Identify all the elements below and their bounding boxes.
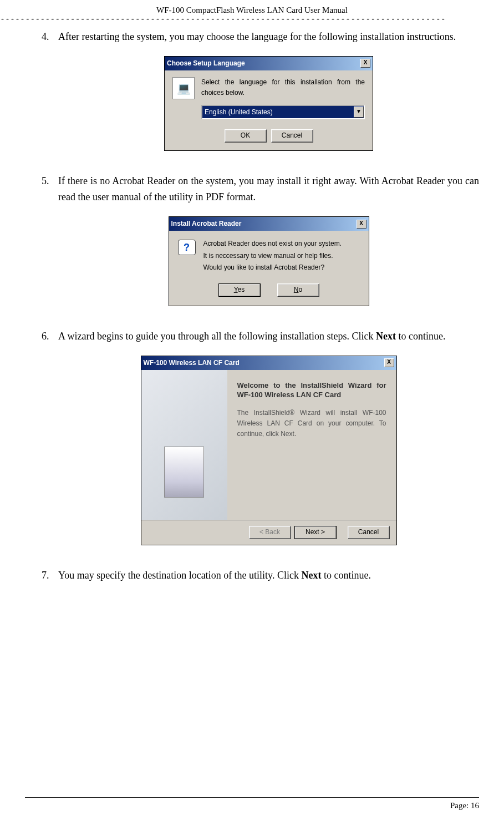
wizard-sidebar-image <box>141 370 227 520</box>
next-bold: Next <box>376 331 396 342</box>
doc-header-title: WF-100 CompactFlash Wireless LAN Card Us… <box>0 0 504 15</box>
step-text-b: to continue. <box>321 570 370 581</box>
close-icon[interactable]: X <box>357 220 366 229</box>
dialog-title: Choose Setup Language <box>167 58 245 69</box>
step-text: If there is no Acrobat Reader on the sys… <box>58 175 479 202</box>
step-4: After restarting the system, you may cho… <box>25 29 479 151</box>
step-text: After restarting the system, you may cho… <box>58 31 456 42</box>
page-number: Page: 16 <box>25 801 479 810</box>
next-button[interactable]: Next > <box>294 526 337 539</box>
yes-button[interactable]: Yes <box>218 283 261 297</box>
dialog-line1: Acrobat Reader does not exist on your sy… <box>203 240 342 249</box>
install-acrobat-dialog: Install Acrobat Reader X ? Acrobat Reade… <box>169 216 369 306</box>
cancel-button[interactable]: Cancel <box>271 129 313 143</box>
back-button: < Back <box>249 526 291 539</box>
installshield-wizard-dialog: WF-100 Wireless LAN CF Card X Welcome to… <box>141 356 397 545</box>
close-icon[interactable]: X <box>360 59 370 68</box>
step-text-a: You may specify the destination location… <box>58 570 301 581</box>
step-7: You may specify the destination location… <box>25 567 479 584</box>
question-icon: ? <box>178 240 196 257</box>
divider-dashes: ----------------------------------------… <box>0 15 504 23</box>
wizard-body-text: The InstallShield® Wizard will install W… <box>237 408 386 440</box>
cancel-button[interactable]: Cancel <box>348 526 390 539</box>
combo-value: English (United States) <box>205 107 273 118</box>
step-5: If there is no Acrobat Reader on the sys… <box>25 173 479 306</box>
dialog-line2: It is neccessary to view manual or help … <box>203 252 342 261</box>
step-text-a: A wizard begins to guide you through all… <box>58 331 376 342</box>
no-button[interactable]: No <box>277 283 319 297</box>
language-combobox[interactable]: English (United States) ▼ <box>201 105 365 119</box>
close-icon[interactable]: X <box>384 358 394 367</box>
dialog-prompt: Select the language for this installatio… <box>201 77 365 98</box>
step-text-b: to continue. <box>396 331 445 342</box>
dialog-title: Install Acrobat Reader <box>171 219 242 229</box>
setup-icon: 💻 <box>172 77 195 99</box>
dialog-title: WF-100 Wireless LAN CF Card <box>144 358 240 368</box>
dialog-line3: Would you like to install Acrobat Reader… <box>203 263 342 272</box>
footer-rule <box>25 797 479 798</box>
ok-button[interactable]: OK <box>225 129 267 143</box>
wizard-heading: Welcome to the InstallShield Wizard for … <box>237 381 386 400</box>
next-bold: Next <box>301 570 321 581</box>
wizard-box-graphic <box>164 447 204 498</box>
choose-language-dialog: Choose Setup Language X 💻 Select the lan… <box>164 56 373 151</box>
step-6: A wizard begins to guide you through all… <box>25 328 479 545</box>
chevron-down-icon[interactable]: ▼ <box>354 107 364 118</box>
